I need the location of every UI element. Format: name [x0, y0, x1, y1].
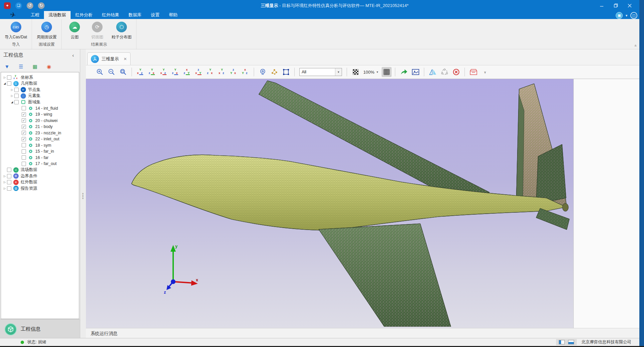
tree-checkbox[interactable]: [7, 174, 11, 178]
zoom-in-icon[interactable]: [95, 67, 105, 77]
box-select-icon[interactable]: [281, 67, 291, 77]
tree-item-几何数据[interactable]: ◢△几何数据: [1, 81, 79, 87]
view-front-icon[interactable]: Y x z: [136, 67, 146, 77]
view-left-icon[interactable]: Y x z: [159, 67, 169, 77]
tree-item-18-sym[interactable]: 18 - sym: [1, 142, 79, 149]
splitter-handle[interactable]: ••••: [82, 193, 84, 199]
expand-closed-icon[interactable]: ▷: [2, 175, 7, 178]
tree-checkbox[interactable]: ✓: [22, 137, 26, 141]
app-icon[interactable]: ✦: [4, 2, 11, 9]
close-button[interactable]: [624, 1, 635, 10]
undo-icon[interactable]: ↺: [27, 2, 33, 9]
redo-icon[interactable]: ↻: [38, 2, 45, 9]
expand-open-icon[interactable]: ◢: [10, 101, 14, 104]
zoom-level-dropdown[interactable]: 100%▼: [363, 70, 379, 75]
expand-closed-icon[interactable]: ▷: [2, 181, 7, 184]
restore-button[interactable]: [610, 1, 621, 10]
tree-checkbox[interactable]: [22, 143, 26, 147]
tree-checkbox[interactable]: ✓: [22, 112, 26, 117]
tree-item-20-chuiwei[interactable]: ✓20 - chuiwei: [1, 118, 79, 124]
menu-item-流场数据[interactable]: 流场数据: [44, 11, 71, 19]
expand-closed-icon[interactable]: ▷: [10, 94, 14, 97]
view-top-icon[interactable]: x z Y: [182, 67, 192, 77]
ribbon-collapse-icon[interactable]: «: [634, 45, 638, 46]
minimize-button[interactable]: [596, 1, 607, 10]
clear-view-icon[interactable]: [451, 67, 461, 77]
tree-checkbox[interactable]: [22, 149, 26, 154]
tree-checkbox[interactable]: [7, 75, 11, 80]
tab-3d-view[interactable]: 三维显示 ✕: [87, 52, 131, 65]
expand-open-icon[interactable]: ◢: [2, 82, 7, 85]
section-box-icon[interactable]: [469, 67, 479, 77]
tree-checkbox[interactable]: [22, 155, 26, 160]
view-iso-1-icon[interactable]: Y z x: [205, 67, 215, 77]
ribbon-button-云图[interactable]: ☁云图: [65, 21, 84, 40]
region-filter-select[interactable]: All▼: [299, 68, 342, 76]
export-view-icon[interactable]: [399, 67, 409, 77]
combo-dropdown-icon[interactable]: ▼: [335, 68, 342, 76]
expand-closed-icon[interactable]: ▷: [2, 76, 7, 79]
ribbon-button-周期面设置[interactable]: ◷周期面设置: [35, 21, 58, 40]
help-book-icon[interactable]: ◫: [630, 12, 637, 19]
menu-item-工程[interactable]: 工程: [26, 11, 44, 19]
tree-item-14-int_fluid[interactable]: 14 - int_fluid: [1, 105, 79, 112]
zoom-fit-icon[interactable]: [118, 67, 128, 77]
target-icon[interactable]: ◉: [45, 64, 53, 70]
tree-checkbox[interactable]: [7, 81, 11, 86]
tree-item-16-far[interactable]: 16 - far: [1, 155, 79, 161]
menu-item-红外分析[interactable]: 红外分析: [71, 11, 97, 19]
view-iso-2-icon[interactable]: Y x z: [217, 67, 227, 77]
tree-item-节点集[interactable]: ▷∞节点集: [1, 87, 79, 93]
tree-checkbox[interactable]: [14, 100, 19, 104]
transparency-icon[interactable]: [351, 67, 361, 77]
grid-view-icon[interactable]: ▦: [31, 64, 39, 70]
tree-item-元素集[interactable]: ▷◌元素集: [1, 93, 79, 99]
tree-item-23-nozzle_in[interactable]: ✓23 - nozzle_in: [1, 130, 79, 136]
ribbon-button-粒子分布图[interactable]: ⬡粒子分布图: [110, 21, 133, 40]
expand-closed-icon[interactable]: ▷: [10, 88, 14, 91]
probe-icon[interactable]: [258, 67, 268, 77]
panel-splitter[interactable]: ••••: [80, 49, 86, 339]
panel-footer[interactable]: 工程信息: [0, 319, 80, 339]
tree-checkbox[interactable]: [14, 88, 19, 92]
menu-item-红外结果[interactable]: 红外结果: [97, 11, 124, 19]
tree-checkbox[interactable]: ✓: [22, 131, 26, 135]
view-back-icon[interactable]: Y z x: [147, 67, 157, 77]
save-document-icon[interactable]: ❏: [15, 2, 22, 9]
theme-icon[interactable]: ▣: [616, 12, 623, 19]
tree-item-17-far_out[interactable]: 17 - far_out: [1, 161, 79, 167]
tree-checkbox[interactable]: [22, 162, 26, 166]
tree-checkbox[interactable]: [7, 180, 11, 184]
tree-item-21-body[interactable]: ✓21 - body: [1, 124, 79, 130]
ribbon-button-导入Cas/Dat[interactable]: cas导入Cas/Dat: [3, 21, 28, 40]
tree-checkbox[interactable]: ✓: [22, 125, 26, 129]
layout-bottom-panel-icon[interactable]: [568, 340, 574, 344]
tree-item-流场数据[interactable]: ≺流场数据: [1, 167, 79, 173]
tree-checkbox[interactable]: ✓: [22, 118, 26, 123]
tree-item-边界条件[interactable]: ▷⚙边界条件: [1, 173, 79, 179]
tree-item-报告资源[interactable]: ▷▤报告资源: [1, 185, 79, 192]
layout-left-panel-icon[interactable]: [559, 340, 565, 344]
tree-checkbox[interactable]: [7, 168, 11, 172]
panel-collapse-icon[interactable]: ‹: [70, 52, 77, 58]
tree-item-坐标系[interactable]: ▷yzx坐标系: [1, 74, 79, 81]
menu-item-帮助[interactable]: 帮助: [164, 11, 182, 19]
outline-list-icon[interactable]: ☰: [17, 64, 25, 70]
tree-checkbox[interactable]: [14, 94, 19, 98]
menu-item-数据库[interactable]: 数据库: [124, 11, 146, 19]
view-iso-4-icon[interactable]: x Y z: [240, 67, 250, 77]
menu-item-设置[interactable]: 设置: [146, 11, 164, 19]
view-bottom-icon[interactable]: z x Y: [194, 67, 204, 77]
tree-checkbox[interactable]: [7, 186, 11, 191]
snapshot-icon[interactable]: [411, 67, 421, 77]
tree-item-22-inlet_out[interactable]: ✓22 - inlet_out: [1, 136, 79, 142]
section-box-caret-icon[interactable]: ∨: [480, 67, 490, 77]
tree-item-15-far_in[interactable]: 15 - far_in: [1, 148, 79, 155]
viewport-3d[interactable]: y x z: [86, 79, 573, 328]
tree-item-面域集[interactable]: ◢面域集: [1, 99, 79, 105]
tree-checkbox[interactable]: [22, 106, 26, 110]
view-iso-3-icon[interactable]: z Y x: [229, 67, 239, 77]
view-right-icon[interactable]: Y z x: [170, 67, 180, 77]
node-trace-icon[interactable]: [269, 67, 279, 77]
tree-item-红外数据[interactable]: ▷✳红外数据: [1, 179, 79, 186]
